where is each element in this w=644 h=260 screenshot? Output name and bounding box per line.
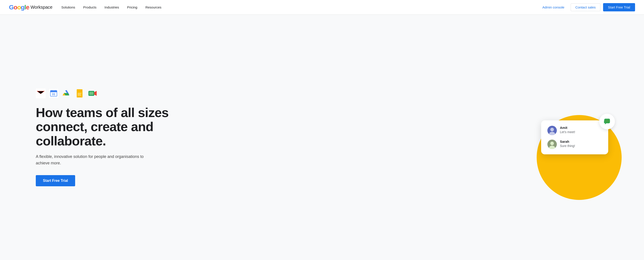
svg-rect-5 xyxy=(50,91,57,92)
logo-link[interactable]: Google Workspace xyxy=(9,4,52,11)
google-meet-icon xyxy=(88,88,98,98)
svg-point-26 xyxy=(550,128,554,131)
contact-sales-button[interactable]: Contact sales xyxy=(571,3,600,11)
svg-rect-17 xyxy=(78,94,81,94)
avatar-sarah xyxy=(548,140,557,149)
nav-links: Solutions Products Industries Pricing Re… xyxy=(61,5,539,9)
nav-industries[interactable]: Industries xyxy=(104,5,119,9)
google-drive-icon xyxy=(62,88,72,98)
svg-text:31: 31 xyxy=(52,92,55,96)
nav-products[interactable]: Products xyxy=(83,5,96,9)
google-logo: Google xyxy=(9,4,29,11)
google-calendar-icon: 31 xyxy=(49,88,58,98)
chat-message-text-amit: Let's meet! xyxy=(560,130,602,134)
chat-name-amit: Amit xyxy=(560,126,602,130)
chat-message-amit: Amit Let's meet! xyxy=(548,126,602,135)
chat-name-sarah: Sarah xyxy=(560,140,602,143)
main-nav: Google Workspace Solutions Products Indu… xyxy=(0,0,644,15)
chat-content-sarah: Sarah Sure thing! xyxy=(560,140,602,148)
avatar-amit xyxy=(548,126,557,135)
nav-resources[interactable]: Resources xyxy=(145,5,162,9)
nav-pricing[interactable]: Pricing xyxy=(127,5,137,9)
start-free-trial-hero-button[interactable]: Start Free Trial xyxy=(36,175,75,186)
chat-content-amit: Amit Let's meet! xyxy=(560,126,602,134)
chat-card: Amit Let's meet! Sarah Sure thing! xyxy=(541,120,608,154)
product-icons: 31 xyxy=(36,88,188,98)
nav-actions: Admin console Contact sales Start Free T… xyxy=(539,3,635,11)
hero-right: Amit Let's meet! Sarah Sure thing! xyxy=(188,84,635,191)
chat-message-sarah: Sarah Sure thing! xyxy=(548,140,602,149)
svg-marker-22 xyxy=(94,91,96,96)
admin-console-button[interactable]: Admin console xyxy=(539,3,568,11)
google-chat-icon-bubble xyxy=(599,114,615,129)
svg-rect-23 xyxy=(89,92,93,95)
svg-rect-7 xyxy=(52,90,52,91)
hero-title: How teams of all sizes connect, create a… xyxy=(36,105,188,148)
svg-rect-8 xyxy=(55,90,56,91)
nav-solutions[interactable]: Solutions xyxy=(61,5,75,9)
hero-left: 31 xyxy=(36,88,188,187)
start-free-trial-nav-button[interactable]: Start Free Trial xyxy=(603,3,635,11)
svg-rect-16 xyxy=(78,93,82,93)
gmail-icon xyxy=(36,88,46,98)
hero-section: 31 xyxy=(0,15,644,260)
chat-message-text-sarah: Sure thing! xyxy=(560,144,602,148)
svg-rect-18 xyxy=(78,95,82,95)
svg-point-29 xyxy=(550,142,554,145)
workspace-text: Workspace xyxy=(30,5,52,10)
hero-subtitle: A flexible, innovative solution for peop… xyxy=(36,153,148,166)
google-docs-icon xyxy=(75,88,84,98)
